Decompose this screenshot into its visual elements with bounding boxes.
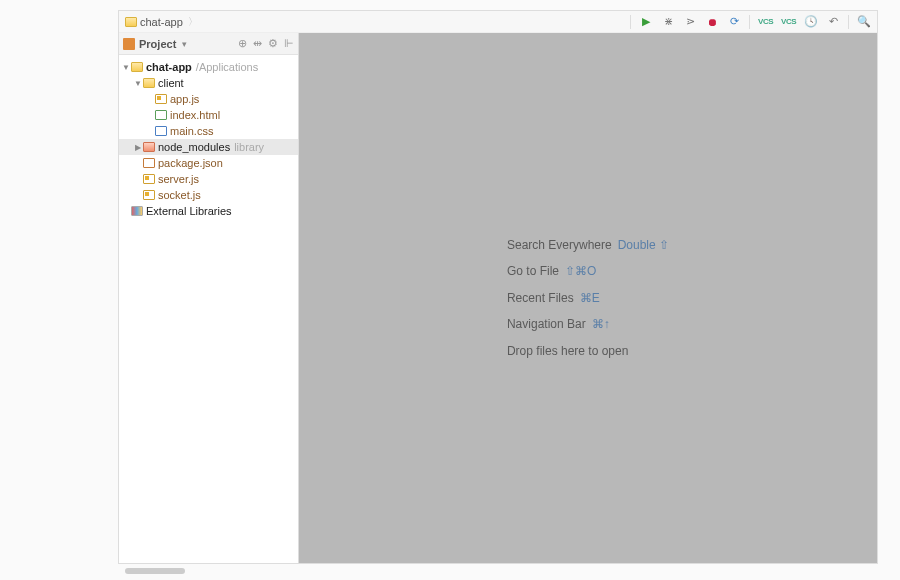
tree-hint: /Applications [196,61,258,73]
tip-navbar: Navigation Bar [507,311,586,337]
breadcrumb-project: chat-app [140,16,183,28]
json-file-icon [143,158,155,168]
chevron-right-icon: 〉 [188,15,198,29]
coverage-icon[interactable]: ⋗ [683,15,697,29]
tree-label: chat-app [146,61,192,73]
tree-label: socket.js [158,189,201,201]
library-icon [131,206,143,216]
tree-file-socketjs[interactable]: socket.js [119,187,298,203]
tree-label: server.js [158,173,199,185]
editor-empty-state[interactable]: Search EverywhereDouble ⇧ Go to File⇧⌘O … [299,33,877,563]
sidebar-header: Project ▾ ⊕ ⇹ ⚙ ⊩ [119,33,298,55]
tip-navbar-key: ⌘↑ [592,311,610,337]
tree-label: app.js [170,93,199,105]
run-icon[interactable]: ▶ [639,15,653,29]
js-file-icon [143,190,155,200]
tree-file-packagejson[interactable]: package.json [119,155,298,171]
locate-icon[interactable]: ⊕ [238,37,247,50]
tip-recent-key: ⌘E [580,285,600,311]
folder-icon [143,78,155,88]
tree-file-serverjs[interactable]: server.js [119,171,298,187]
tip-search: Search Everywhere [507,232,612,258]
tip-search-key: Double ⇧ [618,232,669,258]
collapse-icon[interactable]: ⇹ [253,37,262,50]
revert-icon[interactable]: ↶ [826,15,840,29]
search-icon[interactable]: 🔍 [857,15,871,29]
history-icon[interactable]: 🕓 [804,15,818,29]
toolbar-right: ▶ ⋇ ⋗ ⏺ ⟳ VCS VCS 🕓 ↶ 🔍 [630,15,871,29]
tree-hint: library [234,141,264,153]
js-file-icon [143,174,155,184]
editor-tips: Search EverywhereDouble ⇧ Go to File⇧⌘O … [507,232,669,364]
tree-folder-nodemodules[interactable]: node_modules library [119,139,298,155]
tree-label: index.html [170,109,220,121]
separator [749,15,750,29]
ide-window: chat-app 〉 ▶ ⋇ ⋗ ⏺ ⟳ VCS VCS 🕓 ↶ 🔍 Proje… [118,10,878,564]
html-file-icon [155,110,167,120]
css-file-icon [155,126,167,136]
tree-file-maincss[interactable]: main.css [119,123,298,139]
tree-label: client [158,77,184,89]
tip-gotofile: Go to File [507,258,559,284]
debug-icon[interactable]: ⋇ [661,15,675,29]
sidebar-tools: ⊕ ⇹ ⚙ ⊩ [238,37,294,50]
tree-root[interactable]: chat-app /Applications [119,59,298,75]
folder-icon [143,142,155,152]
folder-icon [125,17,137,27]
tree-file-indexhtml[interactable]: index.html [119,107,298,123]
tree-label: package.json [158,157,223,169]
expand-arrow-icon[interactable] [121,63,131,72]
folder-icon [131,62,143,72]
tip-gotofile-key: ⇧⌘O [565,258,596,284]
tip-recent: Recent Files [507,285,574,311]
vcs-commit-icon[interactable]: VCS [781,17,796,26]
expand-arrow-icon[interactable] [133,79,143,88]
separator [848,15,849,29]
horizontal-scrollbar[interactable] [125,568,185,574]
tree-file-appjs[interactable]: app.js [119,91,298,107]
gear-icon[interactable]: ⚙ [268,37,278,50]
project-sidebar: Project ▾ ⊕ ⇹ ⚙ ⊩ chat-app /Applications [119,33,299,563]
tree-label: main.css [170,125,213,137]
tree-label: External Libraries [146,205,232,217]
hide-icon[interactable]: ⊩ [284,37,294,50]
project-view-icon [123,38,135,50]
sidebar-title[interactable]: Project [139,38,176,50]
vcs-update-icon[interactable]: VCS [758,17,773,26]
tip-drop: Drop files here to open [507,338,628,364]
expand-arrow-icon[interactable] [133,143,143,152]
breadcrumb[interactable]: chat-app 〉 [125,15,198,29]
js-file-icon [155,94,167,104]
project-tree: chat-app /Applications client app.js ind [119,55,298,223]
reload-icon[interactable]: ⟳ [727,15,741,29]
top-toolbar: chat-app 〉 ▶ ⋇ ⋗ ⏺ ⟳ VCS VCS 🕓 ↶ 🔍 [119,11,877,33]
chevron-down-icon[interactable]: ▾ [182,39,187,49]
tree-folder-client[interactable]: client [119,75,298,91]
tree-label: node_modules [158,141,230,153]
tree-external-libraries[interactable]: External Libraries [119,203,298,219]
main-content: Project ▾ ⊕ ⇹ ⚙ ⊩ chat-app /Applications [119,33,877,563]
stop-icon[interactable]: ⏺ [705,15,719,29]
separator [630,15,631,29]
